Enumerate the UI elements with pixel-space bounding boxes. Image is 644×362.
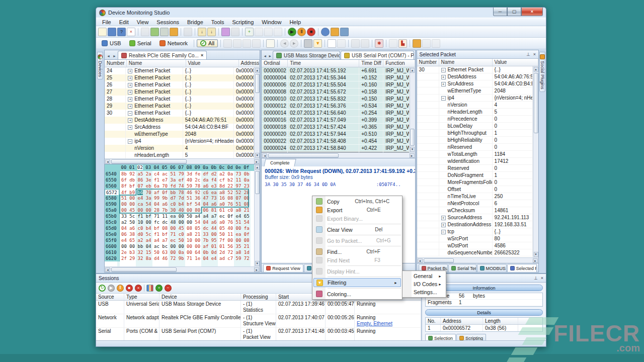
network-filter-button[interactable]: Network [156, 39, 191, 47]
session-toolbar-icon[interactable] [146, 285, 153, 292]
toolbar-icon[interactable] [242, 28, 243, 36]
table-row[interactable]: 00000006 02.07.2013 17:41:55.504 +0.160 … [262, 81, 409, 88]
session-row[interactable]: Network Network adapters Realtek PCIe GB… [96, 314, 421, 328]
toolbar-icon[interactable] [340, 28, 349, 36]
toolbar-icon[interactable] [195, 28, 195, 36]
tab-scroll-right-icon[interactable] [112, 53, 117, 59]
menu-item[interactable]: File [98, 19, 115, 26]
expander-icon[interactable] [128, 125, 132, 130]
table-row[interactable]: 00000022 02.07.2013 17:41:58.408 +0.454 … [262, 138, 409, 145]
tab-scroll-left-icon[interactable] [263, 53, 267, 59]
context-menu-item[interactable]: Display Hint... [313, 267, 401, 276]
expander-icon[interactable] [441, 96, 446, 101]
table-row[interactable]: 00000012 02.07.2013 17:41:56.376 +0.534 … [262, 103, 409, 110]
context-menu-item[interactable]: Coloring... [313, 290, 401, 298]
toolbar-icon[interactable] [321, 28, 330, 36]
table-row[interactable]: nHeaderLength 5 [417, 109, 533, 116]
toolbar-icon[interactable] [318, 28, 318, 36]
toolbar-icon[interactable] [150, 28, 159, 36]
toolbar-icon[interactable] [277, 40, 278, 47]
expander-icon[interactable] [441, 230, 446, 234]
table-row[interactable]: 25 Ethernet Packet {..} 0x000000 [105, 74, 254, 81]
table-row[interactable]: 00000008 02.07.2013 17:41:55.672 +0.158 … [262, 88, 409, 96]
expander-icon[interactable] [128, 83, 132, 87]
hex-row[interactable]: 65408b 92 a5 2a c4 ac 51 79 3d fe df d2 … [105, 171, 254, 177]
context-menu-item[interactable]: Copy Ctrl+Ins, Ctrl+C [313, 197, 401, 206]
menu-item[interactable]: Help [285, 19, 305, 26]
toolbar-icon[interactable]: ↓ [207, 28, 216, 36]
table-row[interactable]: nTimeToLive 250 [417, 193, 533, 200]
table-row[interactable]: wChecksum 14861 [417, 207, 533, 214]
session-toolbar-icon[interactable] [144, 285, 144, 292]
toolbar-icon[interactable] [413, 39, 421, 48]
table-row[interactable]: DoNotFragment 1 [417, 172, 533, 179]
expander-icon[interactable] [441, 82, 446, 86]
toolbar-icon[interactable] [328, 39, 336, 48]
view-tab[interactable]: MODBUS ... [477, 264, 507, 272]
toolbar-icon[interactable] [266, 39, 275, 48]
context-menu-item[interactable]: Export Binary... [313, 214, 401, 223]
close-panel-icon[interactable]: × [533, 52, 536, 57]
hex-row[interactable]: 65e006 38 d0 5c f1 bf 71 c0 a8 21 33 00 … [105, 231, 254, 237]
hex-dump[interactable]: 00 01 02 03 04 05 06 07 08 09 0a 0b 0c 0… [105, 164, 254, 266]
toolbar-icon[interactable] [432, 39, 440, 48]
expander-icon[interactable] [128, 90, 132, 95]
table-row[interactable]: Reserved 0 [417, 165, 533, 172]
table-row[interactable]: bHighReliability 0 [417, 137, 533, 144]
toolbar-icon[interactable] [243, 39, 251, 48]
toolbar-icon[interactable] [218, 28, 219, 36]
hex-row[interactable]: 659000 00 ca 54 04 a6 c0 b4 bf 54 04 a6 … [105, 201, 254, 207]
context-menu-item[interactable]: Find Next F3 [313, 256, 401, 264]
table-row[interactable]: DestinationAddress 192.168.33.51 [417, 221, 533, 228]
toolbar-icon[interactable] [108, 28, 116, 36]
devices-side-tab[interactable]: Devices [97, 52, 103, 79]
toolbar-icon[interactable]: ▼ [313, 39, 322, 48]
tab-scroll-right-icon[interactable] [268, 53, 272, 59]
expander-icon[interactable] [128, 97, 132, 102]
expander-icon[interactable] [441, 216, 446, 220]
session-row[interactable]: USB Universal Serial ... USB Mass Storag… [96, 301, 421, 314]
table-row[interactable]: DestAddress 54:04:A6:A0:76:51 [417, 73, 533, 80]
menu-item[interactable]: Scripting [228, 19, 258, 26]
monitor-tab[interactable]: USB Mass Storage Device -... [273, 51, 340, 59]
expander-icon[interactable] [128, 118, 132, 123]
toolbar-icon[interactable]: ◄ [280, 39, 289, 48]
session-toolbar-icon[interactable]: − [165, 285, 172, 292]
toolbar-icon[interactable]: ✱ [375, 39, 383, 48]
table-row[interactable]: ip4 {nVersion=4; nHeade [417, 95, 533, 102]
toolbar-icon[interactable] [160, 28, 169, 36]
hex-row[interactable]: 660000 00 bb 04 ac bc 00 00 00 00 af 01 … [105, 243, 254, 249]
table-row[interactable]: 30 Ethernet Packet {..} [417, 66, 533, 73]
table-row[interactable]: DestAddress 54:04:A6:A0:76:51 0x000000 [105, 117, 254, 124]
table-row[interactable]: nReserved 0 [417, 144, 533, 151]
table-row[interactable]: nNextProtocol 6 [417, 200, 533, 207]
table-row[interactable]: 24 Ethernet Packet {..} 0x000000 [105, 67, 254, 74]
hex-vscrollbar[interactable]: ▲▼ [254, 164, 260, 266]
table-row[interactable]: SrcAddress 54:04:A6:C0:B4:BF [417, 80, 533, 87]
table-row[interactable]: SrcAddress 54:04:A6:C0:B4:BF 0x000000 [105, 124, 254, 131]
table-row[interactable]: wTotalLength 1184 [417, 151, 533, 158]
info-tab[interactable]: Selection [425, 334, 456, 340]
submenu-item[interactable]: Settings... [404, 288, 445, 296]
toolbar-icon[interactable]: ► [290, 39, 298, 48]
menu-item[interactable]: Tools [207, 19, 228, 26]
hex-row[interactable]: 65724f b9 b6 70 af 0f bb 78 46 92 c6 ea … [105, 189, 254, 195]
view-tab[interactable]: Request View [263, 264, 303, 272]
toolbar-icon[interactable] [285, 28, 285, 36]
toolbar-icon[interactable] [255, 28, 263, 36]
table-row[interactable]: 00000018 02.07.2013 17:41:57.424 +0.365 … [262, 124, 409, 131]
toolbar-icon[interactable] [184, 28, 192, 36]
context-menu-item[interactable]: Export Ctrl+E [313, 206, 401, 214]
social-plugins-side-tab[interactable]: Social Plugins [539, 52, 545, 92]
tab-realtek-adapter[interactable]: Realtek PCIe GBE Family Co... [118, 51, 207, 59]
hex-row[interactable]: 65608f bf 07 eb 6a 70 fd 74 59 78 a6 e3 … [105, 183, 254, 189]
expander-icon[interactable] [128, 111, 132, 116]
session-toolbar-icon[interactable]: × [135, 285, 142, 292]
tab-complete[interactable]: Complete [264, 159, 296, 166]
expander-icon[interactable] [128, 139, 132, 144]
expander-icon[interactable] [441, 75, 446, 79]
toolbar-icon[interactable] [138, 28, 138, 36]
table-row[interactable]: 30 Ethernet Packet {..} 0x000000 [105, 110, 254, 117]
table-row[interactable]: 00000024 02.07.2013 17:41:58.840 +0.422 … [262, 145, 409, 152]
device-grid-hscrollbar[interactable]: ◄► [105, 158, 260, 164]
